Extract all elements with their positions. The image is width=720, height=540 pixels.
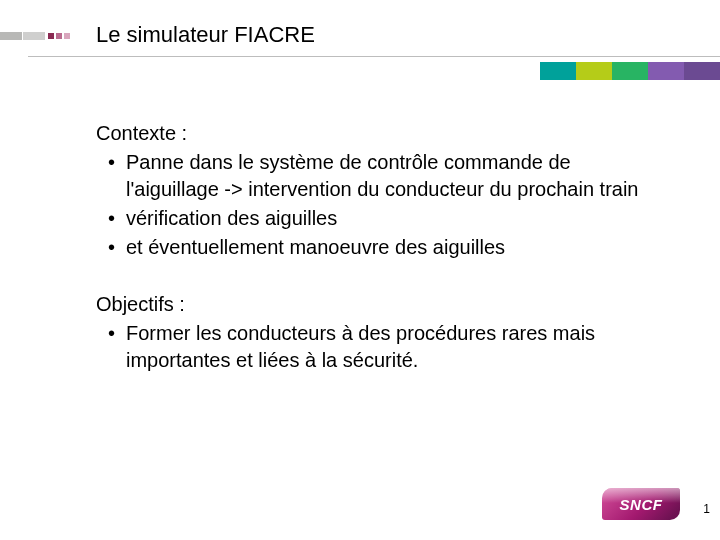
brand-color-strip xyxy=(540,62,720,80)
sncf-logo-text: SNCF xyxy=(602,488,680,520)
context-bullets: Panne dans le système de contrôle comman… xyxy=(96,149,656,261)
sncf-logo: SNCF xyxy=(602,488,680,520)
list-item: Panne dans le système de contrôle comman… xyxy=(96,149,656,203)
page-title: Le simulateur FIACRE xyxy=(96,22,315,48)
page-number: 1 xyxy=(703,502,710,516)
list-item: vérification des aiguilles xyxy=(96,205,656,232)
slide-body: Contexte : Panne dans le système de cont… xyxy=(96,120,656,404)
title-underline xyxy=(0,56,720,57)
header-accent-marks xyxy=(0,32,75,40)
objectives-heading: Objectifs : xyxy=(96,291,656,318)
list-item: Former les conducteurs à des procédures … xyxy=(96,320,656,374)
context-heading: Contexte : xyxy=(96,120,656,147)
list-item: et éventuellement manoeuvre des aiguille… xyxy=(96,234,656,261)
objectives-bullets: Former les conducteurs à des procédures … xyxy=(96,320,656,374)
